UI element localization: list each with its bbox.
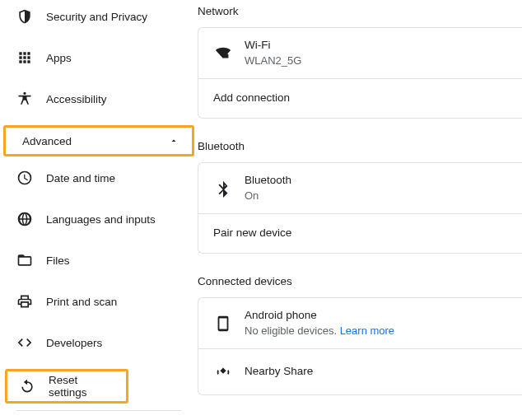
network-card: Wi-Fi WLAN2_5G Add connection <box>198 27 522 119</box>
add-connection-label: Add connection <box>213 91 290 106</box>
connected-card: Android phone No eligible devices. Learn… <box>198 297 522 395</box>
add-connection-row[interactable]: Add connection <box>198 78 522 118</box>
sidebar-item-apps[interactable]: Apps <box>0 41 191 74</box>
sidebar-item-security[interactable]: Security and Privacy <box>0 0 191 33</box>
sidebar-item-developers[interactable]: Developers <box>0 326 191 359</box>
code-icon <box>16 334 33 351</box>
nearby-share-row[interactable]: Nearby Share <box>198 348 522 394</box>
sidebar-item-label: Print and scan <box>46 296 117 308</box>
reset-highlight: Reset settings <box>5 369 128 404</box>
phone-icon <box>213 314 233 334</box>
bluetooth-row[interactable]: Bluetooth On <box>198 163 522 213</box>
pair-device-label: Pair new device <box>213 226 291 241</box>
sidebar-item-files[interactable]: Files <box>0 244 191 277</box>
advanced-label: Advanced <box>22 135 72 147</box>
wifi-icon <box>213 44 233 63</box>
clock-icon <box>16 170 33 186</box>
globe-icon <box>16 211 33 227</box>
sidebar-item-label: Files <box>46 254 70 267</box>
sidebar-divider <box>16 410 181 411</box>
pair-device-row[interactable]: Pair new device <box>198 213 522 253</box>
android-title: Android phone <box>245 308 394 324</box>
bluetooth-card: Bluetooth On Pair new device <box>198 162 522 254</box>
section-title-connected: Connected devices <box>198 272 522 297</box>
sidebar-item-languages[interactable]: Languages and inputs <box>0 203 191 236</box>
chevron-up-icon <box>169 136 179 146</box>
section-title-bluetooth: Bluetooth <box>198 137 522 162</box>
sidebar: Security and Privacy Apps Accessibility … <box>0 0 198 420</box>
sidebar-item-reset[interactable]: Reset settings <box>7 371 126 401</box>
sidebar-item-label: Security and Privacy <box>46 11 147 23</box>
sidebar-item-date-time[interactable]: Date and time <box>0 161 191 194</box>
printer-icon <box>16 293 33 310</box>
sidebar-item-label: Languages and inputs <box>46 213 156 226</box>
sidebar-item-label: Developers <box>46 337 102 349</box>
bluetooth-title: Bluetooth <box>245 173 291 189</box>
learn-more-link[interactable]: Learn more <box>340 324 394 337</box>
wifi-sub: WLAN2_5G <box>245 54 301 68</box>
bluetooth-sub: On <box>245 189 291 203</box>
sidebar-item-print[interactable]: Print and scan <box>0 285 191 318</box>
bluetooth-icon <box>213 179 233 198</box>
sidebar-item-accessibility[interactable]: Accessibility <box>0 82 191 115</box>
sidebar-item-label: Apps <box>46 52 72 64</box>
shield-icon <box>16 8 33 25</box>
main-content: Network Wi-Fi WLAN2_5G Add connection Bl… <box>198 0 522 420</box>
nearby-title: Nearby Share <box>245 364 313 380</box>
android-sub: No eligible devices. Learn more <box>245 324 394 338</box>
android-phone-row[interactable]: Android phone No eligible devices. Learn… <box>198 298 522 348</box>
wifi-title: Wi-Fi <box>245 38 301 54</box>
reset-icon <box>19 378 35 394</box>
nearby-share-icon <box>213 362 233 382</box>
section-title-network: Network <box>198 2 522 27</box>
sidebar-item-label: Accessibility <box>46 93 107 105</box>
folder-icon <box>16 252 33 268</box>
sidebar-about[interactable]: About ChromeOS <box>0 414 198 420</box>
wifi-row[interactable]: Wi-Fi WLAN2_5G <box>198 28 522 78</box>
accessibility-icon <box>16 91 33 107</box>
sidebar-item-label: Date and time <box>46 172 115 184</box>
advanced-highlight: Advanced <box>3 125 194 156</box>
apps-icon <box>16 49 33 66</box>
sidebar-item-label: Reset settings <box>49 374 116 399</box>
sidebar-advanced-toggle[interactable]: Advanced <box>6 128 192 154</box>
